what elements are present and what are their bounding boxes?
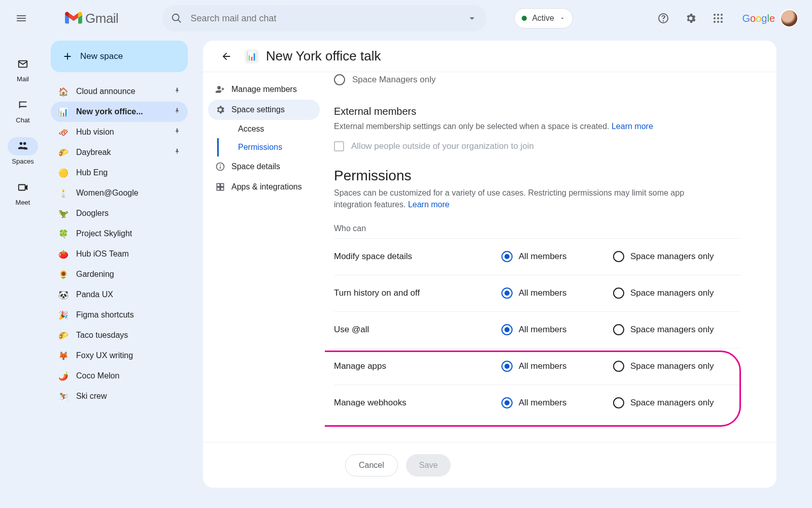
pin-icon: [174, 107, 181, 116]
space-label: Foxy UX writing: [76, 351, 133, 360]
permission-opt-all[interactable]: All members: [501, 251, 613, 262]
info-icon: [215, 162, 225, 172]
svg-point-8: [721, 21, 723, 23]
permission-opt-managers[interactable]: Space managers only: [613, 251, 725, 262]
space-item[interactable]: 🎉Figma shortcuts: [51, 305, 188, 325]
permission-opt-managers[interactable]: Space managers only: [613, 288, 725, 299]
space-item[interactable]: 🕯️Women@Google: [51, 183, 188, 203]
radio-icon: [613, 288, 624, 299]
new-space-button[interactable]: New space: [51, 41, 188, 72]
settings-button[interactable]: [680, 7, 702, 29]
radio-icon: [501, 251, 513, 262]
space-settings-panel: 📊 New York office talk Manage members Sp…: [203, 41, 776, 488]
apps-button[interactable]: [707, 7, 729, 29]
nav-space-details[interactable]: Space details: [208, 156, 320, 177]
support-button[interactable]: [652, 7, 674, 29]
status-chip[interactable]: Active: [514, 8, 573, 28]
back-button[interactable]: [215, 45, 238, 68]
space-item[interactable]: 🦖Dooglers: [51, 203, 188, 224]
space-label: Women@Google: [76, 188, 139, 198]
radio-icon: [613, 324, 624, 335]
space-item[interactable]: 🌻Gardening: [51, 264, 188, 284]
space-label: Hub vision: [76, 128, 114, 137]
chat-icon: [17, 100, 28, 111]
pin-icon: [174, 87, 181, 96]
space-item[interactable]: 🍀Project Skylight: [51, 224, 188, 244]
space-label: Cloud announce: [76, 87, 136, 96]
permissions-learn-more-link[interactable]: Learn more: [408, 200, 450, 209]
permission-row: Modify space detailsAll membersSpace man…: [334, 238, 741, 275]
nav-apps-integrations[interactable]: Apps & integrations: [208, 177, 320, 197]
rail-spaces[interactable]: Spaces: [8, 137, 38, 165]
radio-icon: [613, 397, 624, 408]
space-label: Dooglers: [76, 209, 109, 218]
rail-label: Meet: [16, 199, 30, 206]
space-item[interactable]: 🏠Cloud announce: [51, 81, 188, 102]
external-learn-more-link[interactable]: Learn more: [612, 122, 653, 131]
permission-opt-managers[interactable]: Space managers only: [613, 361, 725, 372]
avatar[interactable]: [780, 9, 798, 27]
space-item[interactable]: 🌶️Coco Melon: [51, 366, 188, 386]
svg-point-3: [714, 17, 716, 19]
cancel-button[interactable]: Cancel: [345, 454, 398, 477]
account-chip[interactable]: Google: [734, 7, 802, 30]
space-label: Taco tuesdays: [76, 331, 128, 340]
space-label: Hub Eng: [76, 168, 108, 177]
permission-label: Modify space details: [334, 251, 501, 262]
nav-sub-access[interactable]: Access: [217, 120, 320, 138]
search-box[interactable]: [162, 5, 487, 31]
space-item[interactable]: 🦊Foxy UX writing: [51, 345, 188, 366]
space-item[interactable]: 🟡Hub Eng: [51, 163, 188, 183]
space-emoji-icon: 🌮: [58, 331, 69, 340]
permission-opt-managers[interactable]: Space managers only: [613, 397, 725, 408]
permission-row: Manage webhooksAll membersSpace managers…: [334, 385, 741, 421]
permission-opt-all[interactable]: All members: [501, 288, 613, 299]
space-label: Gardening: [76, 270, 114, 279]
rail-mail[interactable]: Mail: [8, 55, 38, 83]
grid-icon: [215, 182, 225, 192]
apps-grid-icon: [712, 12, 724, 24]
permission-row: Manage appsAll membersSpace managers onl…: [334, 348, 741, 385]
space-label: Figma shortcuts: [76, 310, 134, 320]
space-item[interactable]: 🛷Hub vision: [51, 122, 188, 142]
new-space-label: New space: [80, 51, 123, 61]
arrow-left-icon: [221, 51, 232, 62]
space-emoji-icon: 🍅: [58, 249, 69, 259]
svg-point-4: [717, 17, 719, 19]
rail-chat[interactable]: Chat: [8, 96, 38, 124]
search-icon: [171, 13, 182, 24]
nav-sub-permissions[interactable]: Permissions: [217, 138, 320, 156]
main-menu-button[interactable]: [10, 7, 32, 29]
space-item[interactable]: 🍅Hub iOS Team: [51, 244, 188, 264]
svg-point-0: [714, 14, 716, 16]
svg-point-7: [717, 21, 719, 23]
permission-opt-all[interactable]: All members: [501, 361, 613, 372]
truncated-option[interactable]: Space Managers only: [334, 72, 741, 85]
gear-icon: [685, 12, 697, 24]
gmail-logo[interactable]: Gmail: [65, 11, 118, 26]
space-item[interactable]: ⛷️Ski crew: [51, 386, 188, 406]
space-emoji-icon: 🌻: [58, 270, 69, 279]
rail-meet[interactable]: Meet: [8, 178, 38, 206]
rail-label: Spaces: [12, 157, 33, 165]
pin-icon: [174, 128, 181, 137]
permission-opt-all[interactable]: All members: [501, 324, 613, 335]
space-item[interactable]: 🌮Taco tuesdays: [51, 325, 188, 345]
meet-icon: [17, 182, 28, 193]
space-item[interactable]: 🐼Panda UX: [51, 284, 188, 305]
space-emoji-icon: 🛷: [58, 128, 69, 137]
permission-opt-managers[interactable]: Space managers only: [613, 324, 725, 335]
space-label: Ski crew: [76, 392, 107, 401]
search-options-icon[interactable]: [466, 13, 478, 24]
permission-opt-all[interactable]: All members: [501, 397, 613, 408]
space-label: Coco Melon: [76, 371, 119, 380]
space-emoji-icon: 🟡: [58, 168, 69, 178]
nav-manage-members[interactable]: Manage members: [208, 79, 320, 100]
space-emoji-icon: 🍀: [58, 229, 69, 239]
space-item[interactable]: 🌮Daybreak: [51, 142, 188, 163]
space-item[interactable]: 📊New york office...: [51, 102, 188, 122]
nav-space-settings[interactable]: Space settings: [208, 100, 320, 120]
radio-icon: [613, 361, 624, 372]
search-input[interactable]: [190, 13, 466, 24]
settings-nav: Manage members Space settings Access Per…: [203, 72, 325, 442]
